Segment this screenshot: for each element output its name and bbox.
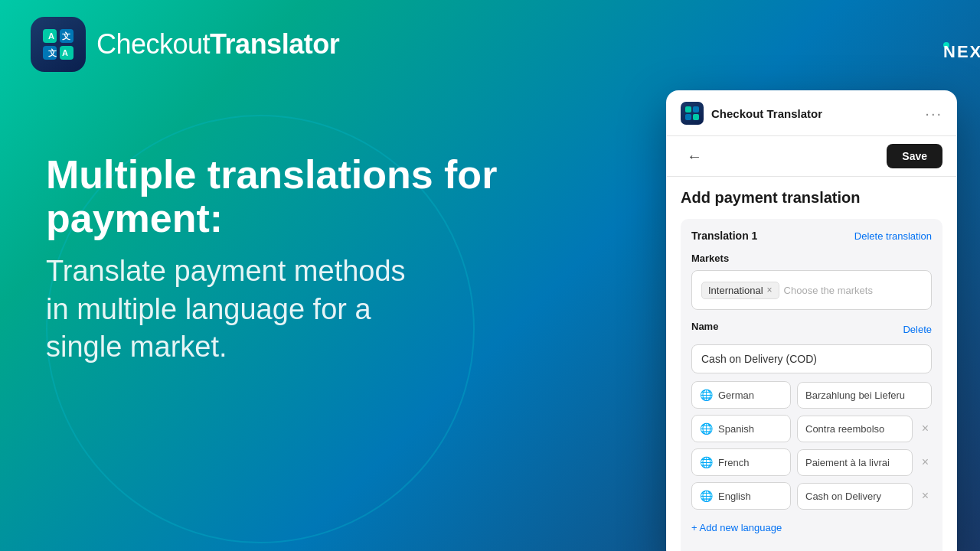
markets-section: Markets International × Choose the marke… bbox=[691, 253, 932, 310]
remove-english-button[interactable]: × bbox=[919, 486, 932, 506]
lang-field-french: 🌐 French bbox=[691, 448, 791, 476]
panel-app-icon bbox=[681, 102, 704, 125]
panel-navbar: ← Save bbox=[667, 136, 956, 177]
panel-more-button[interactable]: ··· bbox=[925, 105, 942, 122]
lang-row-german: 🌐 German Barzahlung bei Lieferu bbox=[691, 381, 932, 409]
logo-light-text: Checkout bbox=[96, 28, 210, 60]
translation-section: Translation 1 Delete translation Markets… bbox=[681, 219, 942, 551]
lang-field-spanish: 🌐 Spanish bbox=[691, 415, 791, 442]
hero-headline: Multiple translations for payment: bbox=[46, 153, 628, 240]
globe-icon-german: 🌐 bbox=[700, 389, 713, 401]
globe-icon-french: 🌐 bbox=[700, 456, 713, 468]
globe-icon-english: 🌐 bbox=[700, 490, 713, 502]
top-bar: A 文 文 A CheckoutTranslator NEXTOOLS. bbox=[0, 0, 980, 89]
hero-section: Multiple translations for payment: Trans… bbox=[46, 153, 628, 367]
markets-label: Markets bbox=[691, 253, 932, 264]
logo-text: CheckoutTranslator bbox=[96, 28, 339, 60]
save-button[interactable]: Save bbox=[887, 144, 942, 168]
globe-icon-spanish: 🌐 bbox=[700, 422, 713, 435]
markets-placeholder: Choose the markets bbox=[784, 285, 873, 296]
translation-field-french[interactable]: Paiement à la livrai bbox=[797, 449, 913, 476]
svg-rect-10 bbox=[685, 114, 691, 120]
market-tag-remove[interactable]: × bbox=[767, 285, 773, 295]
panel-title: Checkout Translator bbox=[711, 107, 822, 120]
svg-rect-9 bbox=[693, 106, 699, 112]
logo-area: A 文 文 A CheckoutTranslator bbox=[31, 17, 339, 72]
translation-label: Translation 1 bbox=[691, 230, 757, 242]
translation-field-german[interactable]: Barzahlung bei Lieferu bbox=[797, 382, 932, 409]
logo-bold-text: Translator bbox=[210, 28, 339, 60]
name-input-field[interactable]: Cash on Delivery (COD) bbox=[691, 344, 932, 373]
svg-text:A: A bbox=[48, 31, 54, 41]
back-button[interactable]: ← bbox=[681, 145, 708, 168]
panel-titlebar: Checkout Translator ··· bbox=[667, 91, 956, 136]
translation-header: Translation 1 Delete translation bbox=[691, 230, 932, 242]
nextools-brand: NEXTOOLS. bbox=[942, 34, 949, 54]
hero-subtext: Translate payment methods in multiple la… bbox=[46, 253, 628, 366]
app-logo-icon: A 文 文 A bbox=[31, 17, 86, 72]
add-language-button[interactable]: + Add new language bbox=[691, 516, 782, 540]
lang-row-english: 🌐 English Cash on Delivery × bbox=[691, 482, 932, 510]
remove-spanish-button[interactable]: × bbox=[919, 419, 932, 439]
name-label: Name bbox=[691, 321, 718, 332]
svg-text:文: 文 bbox=[48, 48, 57, 57]
svg-text:A: A bbox=[62, 48, 68, 57]
app-panel: Checkout Translator ··· ← Save Add payme… bbox=[666, 90, 957, 551]
lang-field-german: 🌐 German bbox=[691, 381, 791, 409]
language-rows: 🌐 German Barzahlung bei Lieferu 🌐 Spanis… bbox=[691, 381, 932, 510]
translation-field-english[interactable]: Cash on Delivery bbox=[797, 483, 913, 510]
lang-row-french: 🌐 French Paiement à la livrai × bbox=[691, 448, 932, 476]
name-delete-button[interactable]: Delete bbox=[903, 324, 932, 335]
svg-rect-8 bbox=[685, 106, 691, 112]
lang-row-spanish: 🌐 Spanish Contra reembolso × bbox=[691, 415, 932, 442]
remove-french-button[interactable]: × bbox=[919, 452, 932, 472]
lang-field-english: 🌐 English bbox=[691, 482, 791, 510]
svg-rect-11 bbox=[693, 114, 699, 120]
market-tag-international: International × bbox=[701, 282, 779, 299]
name-section: Name Delete Cash on Delivery (COD) 🌐 Ger… bbox=[691, 321, 932, 540]
svg-text:文: 文 bbox=[62, 31, 70, 41]
markets-input[interactable]: International × Choose the markets bbox=[691, 270, 932, 310]
panel-content: Add payment translation Translation 1 De… bbox=[667, 177, 956, 551]
page-title: Add payment translation bbox=[681, 189, 942, 207]
translation-field-spanish[interactable]: Contra reembolso bbox=[797, 416, 913, 442]
delete-translation-button[interactable]: Delete translation bbox=[854, 230, 932, 242]
